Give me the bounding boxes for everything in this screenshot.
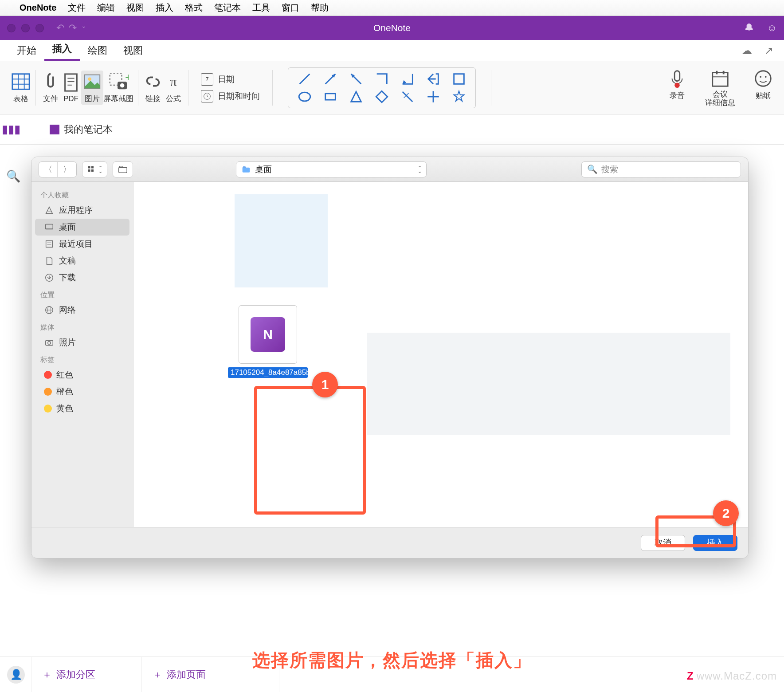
ribbon-sticker[interactable]: 贴纸 <box>753 68 773 107</box>
window-titlebar: ↶ ↷ ⌄ OneNote 🔔︎ ☺ <box>0 16 784 40</box>
bell-icon[interactable]: 🔔︎ <box>744 22 754 34</box>
ribbon-screenshot[interactable]: + 屏幕截图 <box>103 71 133 104</box>
svg-rect-5 <box>65 74 77 90</box>
tab-insert[interactable]: 插入 <box>44 38 80 61</box>
ribbon-picture[interactable]: 图片 <box>81 71 103 105</box>
svg-point-27 <box>674 83 680 88</box>
svg-line-16 <box>300 74 310 84</box>
menu-edit[interactable]: 编辑 <box>97 2 115 14</box>
file-thumbnail: N <box>239 305 297 364</box>
undo-redo[interactable]: ↶ ↷ ⌄ <box>56 22 86 34</box>
watermark: Zwww.MacZ.com <box>687 670 777 682</box>
insert-button[interactable]: 插入 <box>693 535 737 551</box>
picker-search[interactable]: 🔍 搜索 <box>581 161 741 177</box>
column-strip <box>133 182 222 527</box>
ribbon-file[interactable]: 文件 <box>40 71 61 104</box>
file-thumb-generic[interactable] <box>235 194 328 287</box>
menu-file[interactable]: 文件 <box>68 2 86 14</box>
add-section[interactable]: ＋添加分区 <box>31 657 142 692</box>
nav-back-forward[interactable]: 〈 〉 <box>39 161 77 177</box>
onenote-file-icon: N <box>251 317 285 352</box>
menu-tools[interactable]: 工具 <box>252 2 270 14</box>
svg-rect-40 <box>243 167 250 172</box>
svg-point-13 <box>120 83 125 88</box>
preview-placeholder <box>367 333 730 435</box>
ribbon-date[interactable]: 7日期 <box>201 73 260 86</box>
svg-rect-38 <box>91 169 94 172</box>
sb-tag-yellow[interactable]: 黄色 <box>35 400 129 417</box>
ribbon-record[interactable]: 录音 <box>667 68 687 107</box>
qat-more-icon[interactable]: ⌄ <box>81 22 86 34</box>
tag-dot-red-icon <box>44 371 52 379</box>
ribbon: 表格 文件 PDF 图片 + 屏幕截图 链接 π 公式 7日期 日期和时间 <box>0 61 784 114</box>
window-title: OneNote <box>373 23 411 33</box>
menu-notebook[interactable]: 笔记本 <box>214 2 241 14</box>
menu-window[interactable]: 窗口 <box>282 2 299 14</box>
file-tile-selected[interactable]: N 17105204_8a4e87a85b.png <box>235 305 301 378</box>
smiley-icon[interactable]: ☺ <box>767 22 777 34</box>
picker-toolbar: 〈 〉 ⌃⌄ 桌面 ⌃⌄ 🔍 搜索 <box>31 157 748 182</box>
group-popup[interactable] <box>113 161 133 177</box>
tab-home[interactable]: 开始 <box>9 39 44 61</box>
view-mode-popup[interactable]: ⌃⌄ <box>82 161 107 177</box>
ribbon-table[interactable]: 表格 <box>11 71 31 104</box>
notebook-title[interactable]: 我的笔记本 <box>50 123 113 136</box>
menu-help[interactable]: 帮助 <box>311 2 329 14</box>
redo-icon[interactable]: ↷ <box>69 22 77 34</box>
sb-tags-label: 标签 <box>31 351 133 366</box>
svg-point-10 <box>88 77 91 81</box>
ribbon-pdf[interactable]: PDF <box>61 72 81 103</box>
sb-recents[interactable]: 最近项目 <box>35 236 129 252</box>
location-popup[interactable]: 桌面 ⌃⌄ <box>236 161 427 177</box>
cancel-button[interactable]: 取消 <box>641 535 685 551</box>
nav-back-icon[interactable]: 〈 <box>39 162 58 177</box>
svg-rect-19 <box>454 74 464 84</box>
tab-draw[interactable]: 绘图 <box>80 39 115 61</box>
sb-desktop[interactable]: 桌面 <box>35 219 129 236</box>
tag-dot-orange-icon <box>44 388 52 396</box>
account-avatar[interactable]: 👤 <box>7 666 25 684</box>
ribbon-datetime[interactable]: 日期和时间 <box>201 90 260 102</box>
share-icon[interactable]: ↗ <box>764 44 773 57</box>
sb-photos[interactable]: 照片 <box>35 334 129 351</box>
svg-line-22 <box>403 91 413 102</box>
picker-sidebar: 个人收藏 应用程序 桌面 最近项目 文稿 下载 位置 网络 媒体 照片 标签 红… <box>31 182 133 527</box>
sb-documents[interactable]: 文稿 <box>35 252 129 269</box>
search-icon[interactable]: 🔍 <box>6 169 20 183</box>
recents-icon <box>44 239 55 249</box>
ribbon-tabs: 开始 插入 绘图 视图 ☁ ↗ <box>0 40 784 61</box>
undo-icon[interactable]: ↶ <box>56 22 64 34</box>
notebook-color-icon <box>50 125 59 134</box>
preview-pane <box>349 182 748 527</box>
svg-rect-26 <box>674 71 680 81</box>
sb-media-label: 媒体 <box>31 318 133 334</box>
menu-insert[interactable]: 插入 <box>156 2 173 14</box>
svg-point-20 <box>299 92 310 101</box>
tab-view[interactable]: 视图 <box>115 39 151 61</box>
sb-tag-red[interactable]: 红色 <box>35 366 129 383</box>
menu-view[interactable]: 视图 <box>126 2 144 14</box>
nav-forward-icon[interactable]: 〉 <box>58 162 76 177</box>
photos-icon <box>44 337 55 348</box>
menu-format[interactable]: 格式 <box>185 2 203 14</box>
app-name[interactable]: OneNote <box>20 3 56 13</box>
sb-tag-orange[interactable]: 橙色 <box>35 383 129 400</box>
sb-downloads[interactable]: 下载 <box>35 269 129 286</box>
add-page[interactable]: ＋添加页面 <box>142 657 279 692</box>
desktop-icon <box>44 222 55 232</box>
ribbon-formula[interactable]: π 公式 <box>163 71 184 104</box>
cloud-sync-icon[interactable]: ☁ <box>741 44 752 57</box>
ribbon-meeting[interactable]: 会议 详细信息 <box>705 68 735 107</box>
sb-applications[interactable]: 应用程序 <box>35 202 129 219</box>
notebooks-icon[interactable]: ▮▮▮ <box>3 122 19 138</box>
ribbon-shapes[interactable] <box>288 67 476 108</box>
file-picker-dialog: 〈 〉 ⌃⌄ 桌面 ⌃⌄ 🔍 搜索 个人收藏 应用程序 桌面 最近项目 文稿 下… <box>31 157 749 558</box>
window-controls[interactable] <box>7 24 44 32</box>
svg-rect-43 <box>46 241 53 248</box>
ribbon-link[interactable]: 链接 <box>143 71 163 104</box>
notebook-bar: ▮▮▮ 我的笔记本 <box>0 114 784 145</box>
svg-rect-39 <box>119 167 127 173</box>
downloads-icon <box>44 272 55 283</box>
sb-network[interactable]: 网络 <box>35 302 129 318</box>
file-area[interactable]: N 17105204_8a4e87a85b.png <box>222 182 748 527</box>
